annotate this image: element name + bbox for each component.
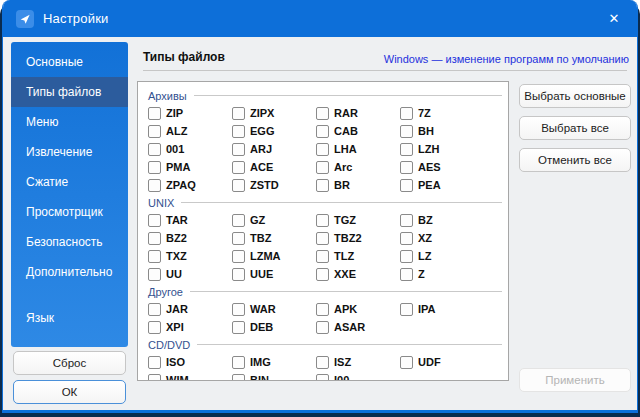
select-all-button[interactable]: Выбрать все <box>519 116 631 140</box>
filetype-checkbox-ALZ[interactable]: ALZ <box>148 122 232 140</box>
checkbox-label: ISO <box>166 356 185 368</box>
checkbox-label: TXZ <box>166 250 187 262</box>
windows-default-programs-link[interactable]: Windows — изменение программ по умолчани… <box>384 53 629 65</box>
filetype-checkbox-PMA[interactable]: PMA <box>148 158 232 176</box>
sidebar-item-8[interactable]: Язык <box>11 303 128 333</box>
checkbox-box <box>316 268 329 281</box>
filetype-checkbox-WAR[interactable]: WAR <box>232 300 316 318</box>
filetype-checkbox-ZPAQ[interactable]: ZPAQ <box>148 176 232 194</box>
filetype-checkbox-Z[interactable]: Z <box>400 265 484 283</box>
apply-button[interactable]: Применить <box>519 368 631 392</box>
filetype-checkbox-ARJ[interactable]: ARJ <box>232 140 316 158</box>
filetype-checkbox-ACE[interactable]: ACE <box>232 158 316 176</box>
checkbox-label: WIM <box>166 374 189 381</box>
filetype-checkbox-ZSTD[interactable]: ZSTD <box>232 176 316 194</box>
filetype-checkbox-ISZ[interactable]: ISZ <box>316 353 400 371</box>
filetype-checkbox-BZ[interactable]: BZ <box>400 211 484 229</box>
checkbox-box <box>232 161 245 174</box>
checkbox-box <box>232 232 245 245</box>
filetype-checkbox-RAR[interactable]: RAR <box>316 104 400 122</box>
checkbox-label: BH <box>418 125 434 137</box>
filetype-checkbox-LZMA[interactable]: LZMA <box>232 247 316 265</box>
checkbox-box <box>400 143 413 156</box>
filetype-checkbox-XZ[interactable]: XZ <box>400 229 484 247</box>
filetype-checkbox-LHA[interactable]: LHA <box>316 140 400 158</box>
filetype-checkbox-7Z[interactable]: 7Z <box>400 104 484 122</box>
ok-button[interactable]: ОК <box>13 380 126 404</box>
checkbox-label: TGZ <box>334 214 356 226</box>
filetype-checkbox-PEA[interactable]: PEA <box>400 176 484 194</box>
checkbox-box <box>148 321 161 334</box>
checkbox-box <box>148 374 161 382</box>
filetype-checkbox-XXE[interactable]: XXE <box>316 265 400 283</box>
filetype-checkbox-ASAR[interactable]: ASAR <box>316 318 400 336</box>
filetype-checkbox-UDF[interactable]: UDF <box>400 353 484 371</box>
checkbox-box <box>148 125 161 138</box>
app-icon <box>16 10 34 28</box>
filetype-checkbox-TLZ[interactable]: TLZ <box>316 247 400 265</box>
checkbox-label: Z <box>418 268 425 280</box>
filetype-checkbox-TBZ2[interactable]: TBZ2 <box>316 229 400 247</box>
sidebar-item-5[interactable]: Просмотрщик <box>11 197 128 227</box>
filetype-checkbox-GZ[interactable]: GZ <box>232 211 316 229</box>
sidebar-item-1[interactable]: Типы файлов <box>11 77 128 107</box>
filetype-checkbox-AES[interactable]: AES <box>400 158 484 176</box>
filetype-checkbox-BIN[interactable]: BIN <box>232 371 316 381</box>
filetypes-panel: АрхивыZIPZIPXRAR7ZALZEGGCABBH001ARJLHALZ… <box>137 81 509 381</box>
filetype-checkbox-BZ2[interactable]: BZ2 <box>148 229 232 247</box>
group-label: CD/DVD <box>148 339 190 351</box>
filetype-checkbox-IPA[interactable]: IPA <box>400 300 484 318</box>
filetype-checkbox-APK[interactable]: APK <box>316 300 400 318</box>
checkbox-box <box>316 303 329 316</box>
sidebar-item-0[interactable]: Основные <box>11 47 128 77</box>
checkbox-box <box>316 356 329 369</box>
filetype-checkbox-LZH[interactable]: LZH <box>400 140 484 158</box>
filetype-checkbox-BH[interactable]: BH <box>400 122 484 140</box>
checkbox-label: TBZ2 <box>334 232 362 244</box>
filetype-checkbox-Arc[interactable]: Arc <box>316 158 400 176</box>
reset-button[interactable]: Сброс <box>13 351 126 375</box>
sidebar-item-4[interactable]: Сжатие <box>11 167 128 197</box>
checkbox-label: PMA <box>166 161 190 173</box>
checkbox-box <box>316 214 329 227</box>
checkbox-label: ZIP <box>166 107 183 119</box>
filetype-checkbox-UU[interactable]: UU <box>148 265 232 283</box>
filetype-checkbox-TXZ[interactable]: TXZ <box>148 247 232 265</box>
checkbox-box <box>400 250 413 263</box>
filetype-checkbox-ZIP[interactable]: ZIP <box>148 104 232 122</box>
filetype-checkbox-JAR[interactable]: JAR <box>148 300 232 318</box>
filetype-checkbox-I00[interactable]: I00 <box>316 371 400 381</box>
checkbox-label: XXE <box>334 268 356 280</box>
filetype-checkbox-TGZ[interactable]: TGZ <box>316 211 400 229</box>
filetype-checkbox-EGG[interactable]: EGG <box>232 122 316 140</box>
checkbox-label: DEB <box>250 321 273 333</box>
sidebar-item-6[interactable]: Безопасность <box>11 227 128 257</box>
filetype-checkbox-LZ[interactable]: LZ <box>400 247 484 265</box>
select-main-button[interactable]: Выбрать основные <box>519 84 631 108</box>
checkbox-box <box>316 250 329 263</box>
settings-window: Настройки ✕ ОсновныеТипы файловМенюИзвле… <box>0 0 640 417</box>
filetype-checkbox-001[interactable]: 001 <box>148 140 232 158</box>
checkbox-label: UU <box>166 268 182 280</box>
checkbox-box <box>232 356 245 369</box>
checkbox-box <box>148 303 161 316</box>
filetype-checkbox-UUE[interactable]: UUE <box>232 265 316 283</box>
filetype-checkbox-DEB[interactable]: DEB <box>232 318 316 336</box>
deselect-all-button[interactable]: Отменить все <box>519 148 631 172</box>
titlebar[interactable]: Настройки ✕ <box>3 0 637 37</box>
filetype-checkbox-CAB[interactable]: CAB <box>316 122 400 140</box>
filetype-checkbox-ISO[interactable]: ISO <box>148 353 232 371</box>
close-icon[interactable]: ✕ <box>597 4 631 34</box>
filetype-checkbox-TAR[interactable]: TAR <box>148 211 232 229</box>
sidebar-item-3[interactable]: Извлечение <box>11 137 128 167</box>
checkbox-box <box>400 125 413 138</box>
sidebar-item-7[interactable]: Дополнительно <box>11 257 128 287</box>
filetype-checkbox-IMG[interactable]: IMG <box>232 353 316 371</box>
filetype-checkbox-BR[interactable]: BR <box>316 176 400 194</box>
filetype-checkbox-XPI[interactable]: XPI <box>148 318 232 336</box>
filetype-checkbox-WIM[interactable]: WIM <box>148 371 232 381</box>
sidebar-item-2[interactable]: Меню <box>11 107 128 137</box>
filetype-checkbox-TBZ[interactable]: TBZ <box>232 229 316 247</box>
filetype-checkbox-ZIPX[interactable]: ZIPX <box>232 104 316 122</box>
checkbox-box <box>316 125 329 138</box>
